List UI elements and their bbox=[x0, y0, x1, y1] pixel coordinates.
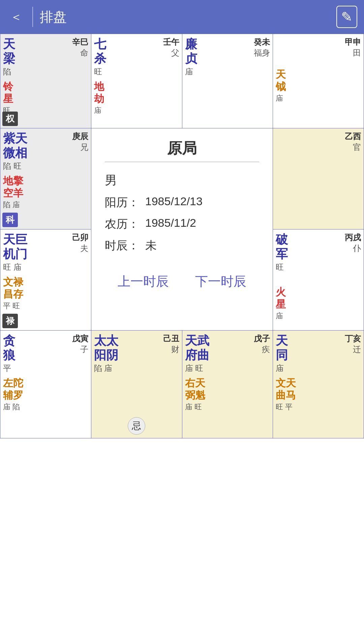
branch-r1c1: 辛巳 bbox=[72, 37, 88, 48]
solar-label: 阳历： bbox=[105, 195, 145, 210]
cell-r3c1: 天巨机门 旺 庙 己卯 夫 文禄昌存 平 旺 禄 bbox=[0, 229, 91, 331]
branch-r4c2: 己丑 bbox=[163, 333, 179, 344]
info-lunar: 农历： 1985/11/2 bbox=[105, 216, 260, 232]
main-star-r3c1: 天巨机门 bbox=[3, 232, 27, 261]
header-divider bbox=[32, 7, 33, 27]
cell-r1c1: 天梁 陷 辛巳 命 铃星 旺 权 bbox=[0, 34, 91, 128]
cell-r4c2: 太太阳阴 陷 庙 己丑 财 忌 bbox=[91, 331, 182, 438]
main-star-r1c1: 天梁 bbox=[3, 37, 15, 66]
cell-r1c3: 廉贞 庙 癸未 福身 bbox=[182, 34, 273, 128]
sub-star-r4c1-1: 左陀辅罗 bbox=[3, 377, 88, 401]
sub-star-r1c1-1: 铃星 bbox=[3, 81, 88, 105]
center-title: 原局 bbox=[105, 138, 260, 162]
main-star-r1c2: 七杀 bbox=[94, 37, 106, 66]
type-r1c2: 父 bbox=[163, 48, 179, 58]
branch-r1c3: 癸未 bbox=[254, 37, 270, 48]
type-r3c4: 仆 bbox=[345, 243, 361, 254]
main-star-r4c4: 天同 bbox=[276, 333, 288, 362]
type-r4c4: 迁 bbox=[345, 344, 361, 355]
cell-r4c4: 天同 庙 丁亥 迁 文天曲马 旺 平 bbox=[273, 331, 364, 438]
cell-r1c4: 甲申 田 天钺 庙 bbox=[273, 34, 364, 128]
sub-star-r1c2-1: 地劫 bbox=[94, 81, 179, 105]
branch-r4c1: 戊寅 bbox=[72, 333, 88, 344]
main-star-r4c1: 贪狼 bbox=[3, 333, 15, 362]
branch-r3c1: 己卯 bbox=[72, 232, 88, 243]
page-title: 排盘 bbox=[40, 8, 336, 26]
sub-star-r4c4-1: 文天曲马 bbox=[276, 377, 361, 401]
solar-value: 1985/12/13 bbox=[145, 195, 203, 210]
info-time: 时辰： 未 bbox=[105, 238, 260, 253]
branch-r4c4: 丁亥 bbox=[345, 333, 361, 344]
branch-r2c4: 乙西 bbox=[276, 131, 361, 142]
branch-r4c3: 戊子 bbox=[254, 333, 270, 344]
header: ＜ 排盘 ✎ bbox=[0, 0, 364, 34]
badge-r2c1: 科 bbox=[2, 213, 18, 227]
info-gender: 男 bbox=[105, 172, 260, 189]
time-label: 时辰： bbox=[105, 238, 145, 253]
type-r3c1: 夫 bbox=[72, 243, 88, 254]
branch-r1c4: 甲申 bbox=[345, 37, 361, 48]
center-buttons: 上一时辰 下一时辰 bbox=[105, 270, 260, 293]
main-star-r4c3: 天武府曲 bbox=[185, 333, 209, 362]
lunar-value: 1985/11/2 bbox=[145, 216, 196, 232]
lunar-label: 农历： bbox=[105, 216, 145, 232]
cell-r2c1: 紫天微相 陷 旺 庚辰 兄 地擎空羊 陷 庙 科 bbox=[0, 128, 91, 229]
badge-r3c1: 禄 bbox=[2, 314, 18, 328]
branch-r2c1: 庚辰 bbox=[72, 131, 88, 142]
main-star-r3c4: 破军 bbox=[276, 232, 288, 261]
cell-r1c2: 七杀 旺 壬午 父 地劫 庙 bbox=[91, 34, 182, 128]
type-r1c3: 福身 bbox=[254, 48, 270, 58]
cell-r2c4: 乙西 官 bbox=[273, 128, 364, 229]
main-star-r4c2: 太太阳阴 bbox=[94, 333, 118, 362]
back-button[interactable]: ＜ bbox=[7, 5, 26, 29]
chart-grid: 天梁 陷 辛巳 命 铃星 旺 权 七杀 旺 壬午 父 地劫 bbox=[0, 34, 364, 438]
gender-value: 男 bbox=[105, 172, 117, 189]
type-r1c4: 田 bbox=[345, 48, 361, 58]
main-star-r2c1: 紫天微相 bbox=[3, 131, 27, 160]
badge-r1c1: 权 bbox=[2, 112, 18, 126]
center-block: 原局 男 阳历： 1985/12/13 农历： 1985/11/2 时辰： 未 … bbox=[91, 128, 273, 331]
type-r4c3: 疾 bbox=[254, 344, 270, 355]
sub-star-r3c1-1: 文禄昌存 bbox=[3, 276, 88, 300]
type-r2c1: 兄 bbox=[72, 142, 88, 153]
type-r2c4: 官 bbox=[276, 142, 361, 153]
main-star-r1c3: 廉贞 bbox=[185, 37, 197, 66]
cell-r3c4: 破军 旺 丙戌 仆 火星 庙 bbox=[273, 229, 364, 331]
prev-time-button[interactable]: 上一时辰 bbox=[111, 270, 176, 293]
sub-star-r2c1-1: 地擎空羊 bbox=[3, 175, 88, 199]
sub-star-r1c4-1: 天钺 bbox=[276, 68, 361, 93]
type-r1c1: 命 bbox=[72, 48, 88, 58]
next-time-button[interactable]: 下一时辰 bbox=[188, 270, 253, 293]
cell-r4c3: 天武府曲 庙 旺 戊子 疾 右天弼魁 庙 旺 bbox=[182, 331, 273, 438]
edit-button[interactable]: ✎ bbox=[336, 6, 357, 28]
warning-badge-r4c2[interactable]: 忌 bbox=[128, 417, 145, 435]
branch-r1c2: 壬午 bbox=[163, 37, 179, 48]
sub-star-r4c3-1: 右天弼魁 bbox=[185, 377, 270, 401]
time-value: 未 bbox=[145, 238, 157, 253]
cell-r4c1: 贪狼 平 戊寅 子 左陀辅罗 庙 陷 bbox=[0, 331, 91, 438]
type-r4c1: 子 bbox=[72, 344, 88, 355]
branch-r3c4: 丙戌 bbox=[345, 232, 361, 243]
type-r4c2: 财 bbox=[163, 344, 179, 355]
info-solar: 阳历： 1985/12/13 bbox=[105, 195, 260, 210]
sub-star-r3c4-1: 火星 bbox=[276, 286, 361, 310]
